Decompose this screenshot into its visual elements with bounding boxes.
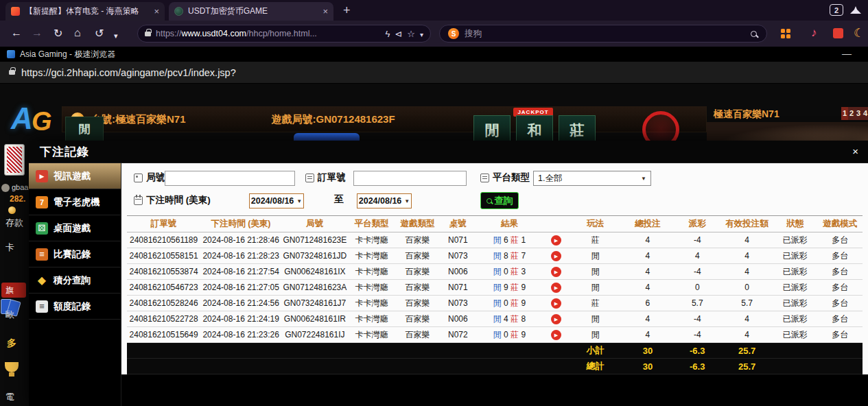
balance-label: 282. <box>10 194 25 204</box>
mode-cell: 多台 <box>818 327 863 343</box>
chevron-down-icon[interactable] <box>420 29 423 39</box>
valid-bet-cell: 4 <box>721 232 773 248</box>
seat-number[interactable]: 1 <box>841 107 848 120</box>
seat-number[interactable]: 2 <box>848 107 855 120</box>
multi-table-label[interactable]: 多 <box>7 337 16 350</box>
result-cell: 閒 0 莊 9 <box>476 327 543 343</box>
sidebar-item-slots[interactable]: 電子老虎機 <box>29 189 121 215</box>
red-app-icon[interactable] <box>833 28 843 38</box>
undo-icon[interactable] <box>95 27 104 40</box>
replay-cell <box>543 232 570 248</box>
apps-grid-icon[interactable] <box>781 29 790 38</box>
electronic-label[interactable]: 電 <box>5 391 14 403</box>
result-cell: 閒 4 莊 8 <box>476 311 543 327</box>
round-no-input[interactable] <box>165 171 295 186</box>
sidebar-item-quota-records[interactable]: 額度記錄 <box>29 294 121 320</box>
platform-cell: 卡卡灣廳 <box>349 232 395 248</box>
valid-bet-cell: 4 <box>721 311 773 327</box>
game-type-cell: 百家樂 <box>395 248 440 264</box>
sidebar-item-points-inquiry[interactable]: 積分查詢 <box>29 267 121 294</box>
order-no-input[interactable] <box>353 171 467 186</box>
new-tab-button[interactable]: + <box>343 2 351 19</box>
sidebar-item-label: 額度記錄 <box>54 300 91 313</box>
tab-sports[interactable]: 【新提醒】体育电竞 - 海燕策略 × <box>5 2 165 21</box>
tab-title: 【新提醒】体育电竞 - 海燕策略 <box>25 5 149 17</box>
replay-cell <box>543 311 570 327</box>
column-header <box>543 216 570 232</box>
query-button[interactable]: 查詢 <box>480 192 519 209</box>
tab-close-icon[interactable]: × <box>322 6 328 16</box>
platform-type-select[interactable]: 1.全部 ▼ <box>533 171 651 186</box>
column-header: 總投注 <box>622 216 673 232</box>
document-icon <box>36 300 48 313</box>
order-cell: 240816210528246 <box>127 296 200 311</box>
platform-cell: 卡卡灣廳 <box>349 264 395 280</box>
sidebar-item-video-games[interactable]: 視訊遊戲 <box>29 163 121 189</box>
game-type-cell: 百家樂 <box>395 327 440 343</box>
share-icon[interactable] <box>395 29 402 39</box>
forward-icon[interactable] <box>32 27 43 39</box>
replay-button[interactable] <box>551 251 561 261</box>
window-icon <box>7 50 15 58</box>
replay-cell <box>543 296 570 311</box>
minimize-button[interactable]: — <box>842 48 852 59</box>
sogou-icon: S <box>448 28 459 39</box>
popup-url-text: https://gci.2hhapi.com/agingame/pcv1/ind… <box>21 67 236 78</box>
deposit-button[interactable]: 存款 <box>5 217 23 229</box>
result-cell: 閒 0 莊 3 <box>476 264 543 280</box>
sidebar-item-match-records[interactable]: 比賽記錄 <box>29 241 121 267</box>
search-bar[interactable]: S 搜狗 <box>439 25 767 43</box>
bookmark-star-icon[interactable] <box>407 29 415 39</box>
night-mode-moon-icon[interactable] <box>854 26 864 40</box>
refresh-icon[interactable] <box>54 27 62 40</box>
replay-button[interactable] <box>551 314 561 324</box>
mode-cell: 多台 <box>818 280 863 296</box>
tab-close-icon[interactable]: × <box>154 6 159 16</box>
coin-icon <box>8 206 16 214</box>
tab-usdt-game[interactable]: USDT加密货币GAME × <box>169 2 333 21</box>
total-valid: 25.7 <box>721 359 773 374</box>
browser-theme-icon[interactable] <box>850 6 861 14</box>
table-no-cell: N072 <box>441 327 476 343</box>
column-header: 遊戲類型 <box>395 216 440 232</box>
bet-records-table: 訂單號下注時間 (美東)局號平台類型遊戲類型桌號結果玩法總投注派彩有效投注額狀態… <box>127 215 863 374</box>
seat-number[interactable]: 4 <box>862 107 868 120</box>
replay-button[interactable] <box>551 283 561 293</box>
subtotal-payout: -6.3 <box>673 343 721 359</box>
search-icon[interactable] <box>751 31 757 37</box>
europe-hall-label[interactable]: 歐 <box>5 309 14 321</box>
music-note-icon[interactable] <box>811 26 817 40</box>
popup-address-bar[interactable]: https://gci.2hhapi.com/agingame/pcv1/ind… <box>0 62 868 84</box>
payout-cell: 0 <box>673 280 721 296</box>
back-icon[interactable] <box>11 27 22 39</box>
date-to-picker[interactable]: 2024/08/16 ▼ <box>357 193 412 208</box>
seat-number[interactable]: 3 <box>855 107 862 120</box>
sidebar-item-table-games[interactable]: 桌面遊戲 <box>29 215 121 241</box>
platform-cell: 卡卡灣廳 <box>349 248 395 264</box>
lobby-item-label[interactable]: 卡 <box>5 241 14 254</box>
replay-cell <box>543 327 570 343</box>
tab-count-badge[interactable]: 2 <box>830 4 843 16</box>
address-bar[interactable]: https://www.usdt04.com/hhcp/home.html... <box>137 25 431 43</box>
lightning-icon[interactable] <box>386 29 390 39</box>
column-header: 下注時間 (美東) <box>200 216 281 232</box>
replay-button[interactable] <box>551 235 561 246</box>
total-bet-cell: 4 <box>622 311 673 327</box>
chevron-down-icon[interactable] <box>114 29 118 41</box>
game-type-cell: 百家樂 <box>395 280 440 296</box>
video-camera-icon <box>36 170 48 182</box>
valid-bet-cell: 4 <box>721 248 773 264</box>
close-icon[interactable]: × <box>852 146 858 156</box>
bet-player-button[interactable]: 閒 <box>65 117 104 143</box>
flagship-hall-button[interactable]: 旗 <box>1 283 26 298</box>
bet-record-row: 2408162105581512024-08-16 21:28:23GN0732… <box>127 248 863 264</box>
status-cell: 已派彩 <box>773 264 817 280</box>
game-type-cell: 百家樂 <box>395 311 440 327</box>
home-icon[interactable] <box>74 27 81 39</box>
replay-button[interactable] <box>551 267 561 277</box>
subtotal-row: 小計 30 -6.3 25.7 <box>127 343 863 359</box>
replay-button[interactable] <box>551 298 561 309</box>
replay-button[interactable] <box>551 330 561 340</box>
status-cell: 已派彩 <box>773 311 817 327</box>
date-from-picker[interactable]: 2024/08/16 ▼ <box>249 193 304 208</box>
